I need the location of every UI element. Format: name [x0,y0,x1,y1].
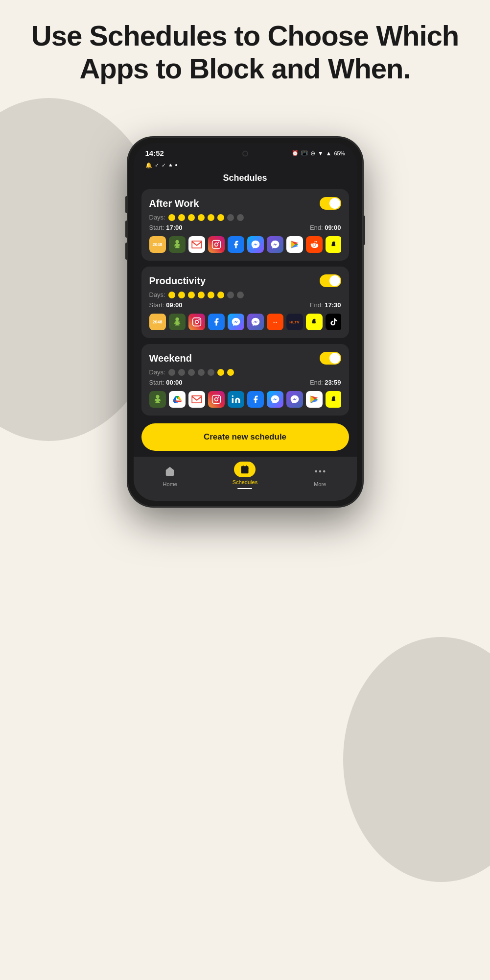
notification-icon: 🔔 [145,162,152,169]
svg-point-23 [315,470,317,473]
day-dot [217,214,224,221]
app-icon-instagram [208,391,225,408]
screen-title: Schedules [134,171,357,189]
day-dot [198,369,205,376]
nav-item-home[interactable]: Home [159,464,181,487]
svg-rect-0 [212,241,220,249]
app-icon-reddit [267,314,283,330]
app-icon-chess [169,236,186,253]
days-label-afterwork: Days: [149,214,165,221]
svg-point-2 [218,242,219,243]
svg-rect-19 [241,466,249,473]
day-dot [227,214,234,221]
day-dot [188,369,195,376]
start-time-productivity: Start: 09:00 [149,301,183,309]
schedule-name-weekend: Weekend [149,353,192,364]
star-icon: ★ [168,163,173,168]
app-icon-chess [169,314,186,330]
app-icon-facebook [208,314,225,330]
app-icon-gmail [188,236,205,253]
app-icon-gmail [188,391,205,408]
time-weekend: Start: 00:00 End: 23:59 [149,379,341,386]
svg-point-16 [218,396,219,398]
day-dot [237,292,244,298]
start-time-weekend: Start: 00:00 [149,379,183,386]
home-icon-container [159,464,181,479]
day-dot [227,292,234,298]
schedules-icon [240,465,250,474]
days-afterwork: Days: [149,214,341,221]
app-icon-instagram [188,314,205,330]
vibrate-icon: 📳 [301,150,308,156]
time-afterwork: Start: 17:00 End: 09:00 [149,224,341,231]
status-left-area: 🔔 ✓ ✓ ★ • [134,161,357,171]
schedule-card-afterwork[interactable]: After Work Days: [141,189,349,261]
dot-icon: • [175,161,178,169]
phone-screen: 14:52 ⏰ 📳 ⊖ ▼ ▲ 65% 🔔 ✓ ✓ ★ • [134,143,357,501]
app-icon-playstore [306,391,323,408]
nav-item-more[interactable]: More [309,464,331,487]
bottom-navigation: Home Schedules [134,457,357,501]
camera-notch [242,150,248,156]
svg-point-5 [315,245,316,245]
svg-point-10 [270,318,279,326]
hero-section: Use Schedules to Choose Which Apps to Bl… [0,20,490,85]
app-icons-weekend [149,391,341,408]
app-icon-playstore [286,236,303,253]
app-icon-2048: 2048 [149,314,166,330]
nav-item-schedules[interactable]: Schedules [233,462,257,489]
svg-point-4 [312,245,313,245]
svg-point-15 [214,398,218,401]
app-icon-snapchat [306,314,323,330]
bg-blob-right [343,637,490,882]
app-icon-hltv: HLTV [286,314,303,330]
day-dot [227,369,234,376]
day-dot [208,292,214,298]
day-dot [217,369,224,376]
svg-point-9 [198,319,200,320]
day-dot [178,369,185,376]
app-icon-facebook [228,236,244,253]
day-dot [208,214,214,221]
days-label-productivity: Days: [149,291,165,298]
status-time: 14:52 [145,149,164,157]
nav-label-more: More [314,481,326,487]
toggle-productivity[interactable] [320,274,341,287]
app-icons-productivity: 2048 [149,314,341,330]
app-icon-snapchat [326,236,341,253]
svg-point-12 [276,322,277,323]
check1-icon: ✓ [155,162,159,169]
phone-frame: 14:52 ⏰ 📳 ⊖ ▼ ▲ 65% 🔔 ✓ ✓ ★ • [128,137,363,507]
schedule-name-productivity: Productivity [149,275,206,287]
schedule-card-weekend[interactable]: Weekend Days: [141,344,349,416]
app-icon-tiktok [326,314,341,330]
status-bar: 14:52 ⏰ 📳 ⊖ ▼ ▲ 65% [134,143,357,161]
app-icons-afterwork: 2048 [149,236,341,253]
app-icon-snapchat [326,391,341,408]
create-new-schedule-button[interactable]: Create new schedule [141,423,349,451]
nav-active-indicator [237,488,252,489]
dnd-icon: ⊖ [310,150,315,157]
toggle-weekend[interactable] [320,352,341,365]
nav-label-home: Home [163,481,177,487]
svg-point-25 [323,470,326,473]
svg-point-8 [195,320,198,324]
day-dot [217,292,224,298]
days-label-weekend: Days: [149,368,165,376]
toggle-afterwork[interactable] [320,197,341,210]
days-weekend: Days: [149,368,341,376]
hero-title: Use Schedules to Choose Which Apps to Bl… [29,20,461,85]
signal-icon: ▲ [326,150,332,157]
day-dot [198,292,205,298]
svg-point-17 [232,395,233,397]
day-dot [168,292,175,298]
alarm-icon: ⏰ [292,150,299,156]
more-icon-container [309,464,331,479]
nav-label-schedules: Schedules [233,479,257,485]
day-dot [168,214,175,221]
svg-point-24 [319,470,321,473]
day-dot [237,214,244,221]
schedule-card-productivity[interactable]: Productivity Days: [141,267,349,338]
create-button-wrapper: Create new schedule [134,416,357,455]
svg-rect-14 [212,395,220,404]
